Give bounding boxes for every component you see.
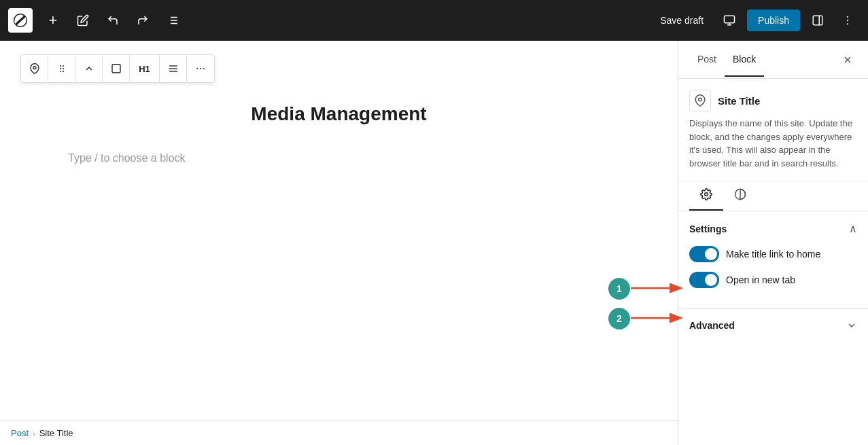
- wp-logo: [8, 8, 33, 33]
- block-subtabs: [678, 181, 868, 211]
- advanced-section: Advanced: [678, 308, 868, 342]
- sidebar-toggle-button[interactable]: [805, 8, 830, 33]
- toggle-new-tab-label: Open in new tab: [726, 274, 795, 285]
- block-move-button[interactable]: [75, 55, 103, 82]
- svg-point-12: [847, 20, 848, 21]
- sidebar-tabs: Post Block: [678, 41, 868, 79]
- list-view-button[interactable]: [160, 8, 185, 33]
- svg-point-25: [196, 68, 198, 69]
- subtab-settings[interactable]: [689, 181, 723, 211]
- edit-button[interactable]: [71, 8, 95, 33]
- svg-point-14: [33, 67, 36, 69]
- view-button[interactable]: [717, 8, 742, 33]
- block-location-button[interactable]: [21, 55, 48, 82]
- svg-point-17: [60, 68, 61, 69]
- block-info-header: Site Title: [689, 90, 857, 111]
- right-sidebar: Post Block Site Title Displays the name …: [678, 41, 868, 445]
- settings-title: Settings: [689, 224, 727, 234]
- block-title: Site Title: [718, 95, 760, 107]
- save-draft-button[interactable]: Save draft: [652, 10, 712, 31]
- tab-post[interactable]: Post: [689, 43, 725, 77]
- content-area: Media Management Type / to choose a bloc…: [0, 90, 678, 421]
- toggle-link-home-label: Make title link to home: [726, 249, 820, 260]
- editor-area: H1 Media Management Type / to choose a b…: [0, 41, 678, 445]
- svg-point-20: [63, 71, 64, 72]
- svg-point-27: [203, 68, 205, 69]
- breadcrumb-separator: ›: [33, 429, 35, 438]
- main-layout: H1 Media Management Type / to choose a b…: [0, 41, 868, 445]
- toggle-row-1: Make title link to home: [689, 246, 857, 262]
- advanced-header[interactable]: Advanced: [678, 309, 868, 342]
- block-description: Displays the name of this site. Update t…: [689, 117, 857, 170]
- subtab-styles[interactable]: [723, 181, 757, 211]
- block-icon: [689, 90, 711, 111]
- settings-section: Settings ∧ Make title link to home Open …: [678, 211, 868, 308]
- more-options-button[interactable]: [835, 8, 860, 33]
- block-more-button[interactable]: [187, 55, 214, 82]
- block-toolbar: H1: [20, 54, 215, 83]
- svg-point-31: [705, 193, 708, 196]
- breadcrumb: Post › Site Title: [0, 421, 678, 445]
- advanced-title: Advanced: [689, 320, 735, 331]
- svg-point-18: [63, 68, 64, 69]
- block-text-align-button[interactable]: [160, 55, 187, 82]
- publish-button[interactable]: Publish: [747, 10, 800, 31]
- svg-point-16: [63, 65, 64, 67]
- sidebar-close-button[interactable]: [838, 50, 857, 69]
- redo-button[interactable]: [131, 8, 155, 33]
- undo-button[interactable]: [101, 8, 125, 33]
- toggle-row-2: Open in new tab: [689, 272, 857, 288]
- svg-point-13: [847, 23, 848, 24]
- breadcrumb-post[interactable]: Post: [11, 428, 29, 438]
- block-drag-button[interactable]: [48, 55, 75, 82]
- toggle-new-tab[interactable]: [689, 272, 719, 288]
- block-info: Site Title Displays the name of this sit…: [678, 79, 868, 181]
- top-toolbar: + Save draft Publish: [0, 0, 868, 41]
- settings-header[interactable]: Settings ∧: [689, 222, 857, 235]
- block-placeholder[interactable]: Type / to choose a block: [68, 145, 610, 171]
- page-title: Media Management: [68, 103, 610, 125]
- svg-point-19: [60, 71, 61, 72]
- settings-collapse-icon: ∧: [849, 222, 857, 235]
- add-block-button[interactable]: +: [41, 8, 65, 33]
- block-h1-button[interactable]: H1: [130, 55, 160, 82]
- svg-point-30: [699, 98, 702, 101]
- svg-point-11: [847, 16, 848, 18]
- svg-point-26: [200, 68, 201, 69]
- advanced-chevron-icon: [846, 320, 857, 331]
- svg-point-15: [60, 65, 61, 67]
- breadcrumb-site-title: Site Title: [39, 428, 73, 438]
- tab-block[interactable]: Block: [725, 43, 764, 77]
- toggle-link-home[interactable]: [689, 246, 719, 262]
- svg-rect-6: [725, 16, 735, 23]
- svg-rect-9: [813, 16, 822, 25]
- block-align-button[interactable]: [103, 55, 130, 82]
- svg-rect-21: [112, 65, 120, 73]
